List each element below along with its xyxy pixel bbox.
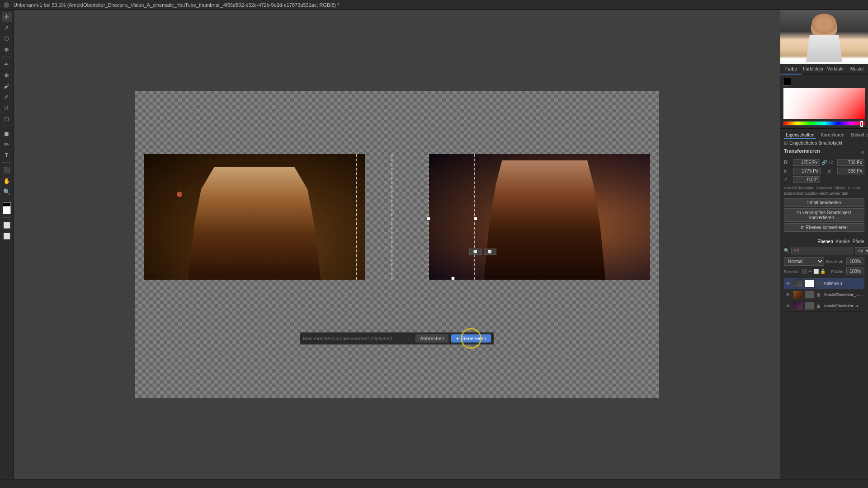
path-tool[interactable]: ⬛ bbox=[2, 165, 12, 175]
color-tab[interactable]: Farbe bbox=[780, 64, 802, 75]
person-silhouette-right bbox=[484, 160, 606, 280]
color-picker-gradient[interactable] bbox=[783, 88, 865, 119]
bibliotheken-tab[interactable]: Bibliotheken bbox=[849, 131, 868, 139]
background-color[interactable] bbox=[3, 206, 11, 214]
angle-icon: ∠ bbox=[784, 177, 791, 182]
close-button[interactable] bbox=[4, 2, 9, 8]
color-hue-bar[interactable] bbox=[783, 121, 865, 126]
history-tool[interactable]: ↺ bbox=[2, 103, 12, 113]
bh-row: B: 1256 Px 🔗 H: 706 Px bbox=[784, 159, 864, 166]
blending-mode-select[interactable]: Normal bbox=[784, 257, 824, 266]
layers-search-input[interactable] bbox=[791, 247, 853, 254]
canvas-area: ⬜ ⬜ ··· Abbrechen ✦ Generieren bbox=[14, 10, 780, 479]
smartobject-icon: ⊞ bbox=[784, 141, 788, 145]
type-tool[interactable]: T bbox=[2, 150, 12, 160]
crop-tool[interactable]: ⊕ bbox=[2, 44, 12, 54]
toolbar-separator-5 bbox=[2, 217, 11, 218]
blending-row: Normal Deckkraft: bbox=[784, 257, 864, 266]
foreground-swatch[interactable] bbox=[783, 78, 791, 86]
panel-top-bar: Farbe Farbfelder Verläufe Muster bbox=[780, 64, 868, 75]
gradient-tool[interactable]: ◼ bbox=[2, 128, 12, 138]
lock-pixel-icon[interactable]: ⬛ bbox=[802, 269, 807, 274]
layer-item-img2[interactable]: 👁 ⊞ ArnoldOberleiter_a2d-e17873a531ac bbox=[784, 300, 864, 312]
lock-pos-icon[interactable]: ✏ bbox=[808, 269, 812, 274]
more-options-button[interactable]: ··· bbox=[404, 335, 413, 342]
layer-name-3: ArnoldOberleiter_a2d-e17873a531ac bbox=[824, 304, 863, 308]
pfade-tab[interactable]: Pfade bbox=[853, 239, 864, 244]
layers-list: 👁 ⬛ Rahmen 1 👁 ⊞ ArnoldOberl bbox=[784, 278, 864, 312]
smartobject-label: Eingebettetes Smartobjekt bbox=[789, 141, 842, 145]
layer-name-2: ArnoldOberleiter_...f3e-7658fe030679 bbox=[824, 292, 863, 297]
eye-icon-2[interactable]: 👁 bbox=[785, 292, 791, 297]
edit-content-button[interactable]: Inhalt bearbeiten bbox=[784, 198, 864, 207]
lock-artboard-icon[interactable]: ⬜ bbox=[813, 269, 819, 274]
generate-button[interactable]: ✦ Generieren bbox=[451, 334, 491, 343]
brush-tool[interactable]: 🖌 bbox=[2, 81, 12, 91]
hand-tool[interactable]: ✋ bbox=[2, 176, 12, 186]
lasso-tool[interactable]: ⬡ bbox=[2, 33, 12, 43]
layer-name-1: Rahmen 1 bbox=[824, 281, 863, 286]
angle-row: ∠ 0,00° bbox=[784, 176, 864, 183]
eye-icon-3[interactable]: 👁 bbox=[785, 304, 791, 309]
layers-type-select[interactable]: Art bbox=[855, 247, 868, 254]
korrekturen-tab[interactable]: Korrekturen bbox=[819, 131, 846, 139]
x-value[interactable]: 1775 Px bbox=[793, 168, 821, 174]
reset-transform-button[interactable]: ↺ bbox=[861, 150, 864, 155]
pen-tool[interactable]: ✏ bbox=[2, 139, 12, 149]
kanaele-tab[interactable]: Kanäle bbox=[836, 239, 850, 244]
ebenen-tab[interactable]: Ebenen bbox=[817, 239, 833, 244]
fill-input[interactable] bbox=[846, 267, 864, 275]
search-icon: 🔍 bbox=[784, 248, 789, 253]
farbfelder-tab[interactable]: Farbfelder bbox=[802, 64, 825, 75]
layer-item-rahmen[interactable]: 👁 ⬛ Rahmen 1 bbox=[784, 278, 864, 289]
eigenschaften-tab[interactable]: Eigenschaften bbox=[784, 131, 816, 139]
opacity-input[interactable] bbox=[846, 258, 864, 265]
anchor-left[interactable] bbox=[427, 217, 430, 221]
eraser-tool[interactable]: ◻ bbox=[2, 113, 12, 123]
layer-thumb-2 bbox=[793, 291, 803, 299]
h-label: H: bbox=[829, 160, 836, 165]
action-buttons: Inhalt bearbeiten In verknüpftes Smartob… bbox=[784, 198, 864, 233]
select-tool[interactable]: ↗ bbox=[2, 23, 12, 33]
stamp-tool[interactable]: ✐ bbox=[2, 92, 12, 102]
zoom-tool[interactable]: 🔍 bbox=[2, 187, 12, 197]
image-block-left[interactable] bbox=[144, 154, 365, 280]
quick-mask-tool[interactable]: ⬜ bbox=[2, 220, 12, 230]
spark-icon: ✦ bbox=[456, 336, 459, 341]
generation-input[interactable] bbox=[303, 336, 402, 341]
transform-header: Transformieren ↺ bbox=[784, 148, 864, 156]
layer-thumb-img2 bbox=[793, 302, 802, 310]
h-value[interactable]: 706 Px bbox=[837, 159, 864, 166]
cancel-button[interactable]: Abbrechen bbox=[415, 334, 448, 343]
layers-header: Ebenen Kanäle Pfade bbox=[784, 239, 864, 244]
y-value[interactable]: 366 Px bbox=[837, 168, 864, 174]
anchor-right[interactable] bbox=[474, 217, 477, 221]
verlaeufe-tab[interactable]: Verläufe bbox=[825, 64, 846, 75]
angle-value[interactable]: 0,00° bbox=[793, 176, 820, 183]
b-value[interactable]: 1256 Px bbox=[793, 159, 820, 166]
hue-indicator[interactable] bbox=[860, 121, 863, 127]
image-right bbox=[429, 154, 650, 280]
move-tool[interactable]: ✛ bbox=[2, 12, 12, 22]
anchor-bottom[interactable] bbox=[451, 277, 455, 280]
canvas-images: ⬜ ⬜ bbox=[144, 154, 650, 280]
layer-item-img1[interactable]: 👁 ⊞ ArnoldOberleiter_...f3e-7658fe030679 bbox=[784, 289, 864, 300]
heal-tool[interactable]: ⊕ bbox=[2, 70, 12, 80]
screen-mode-tool[interactable]: ⬜ bbox=[2, 231, 12, 241]
eyedropper-tool[interactable]: ✒ bbox=[2, 59, 12, 69]
toolbar-separator-4 bbox=[2, 199, 11, 199]
image-block-right[interactable]: ⬜ ⬜ bbox=[429, 154, 650, 280]
webcam-preview bbox=[780, 10, 868, 64]
muster-tab[interactable]: Muster bbox=[846, 64, 868, 75]
layer-thumb-frame bbox=[793, 280, 802, 287]
fill-label: Fläche: bbox=[831, 269, 844, 274]
convert-layers-button[interactable]: In Ebenen konvertieren bbox=[784, 223, 864, 232]
eye-icon-1[interactable]: 👁 bbox=[785, 281, 791, 286]
convert-smart-button[interactable]: In verknüpftes Smartobjekt konvertieren … bbox=[784, 208, 864, 222]
lock-all-icon[interactable]: 🔒 bbox=[820, 269, 826, 274]
layer-sub: Ebenenkompositon nicht anwenden. bbox=[784, 191, 864, 196]
layer-mask-thumb-3 bbox=[805, 302, 815, 310]
b-label: B: bbox=[784, 160, 791, 165]
fixieren-label: Fixieren: bbox=[784, 269, 800, 274]
canvas-container: ⬜ ⬜ ··· Abbrechen ✦ Generieren bbox=[135, 91, 659, 398]
